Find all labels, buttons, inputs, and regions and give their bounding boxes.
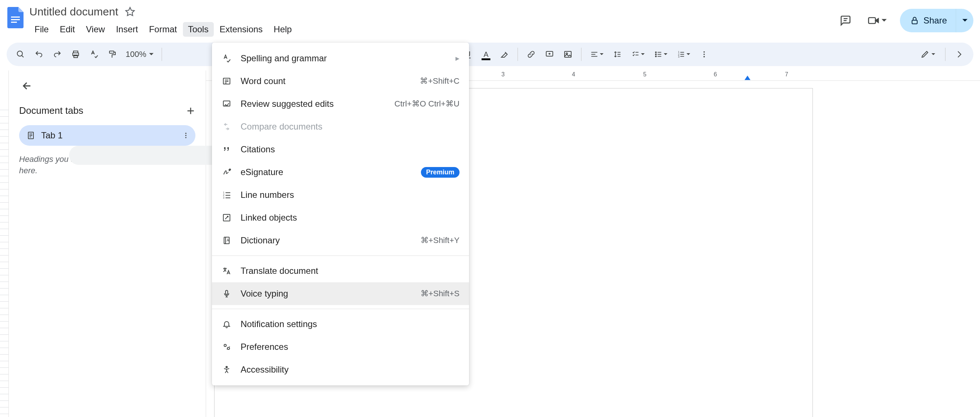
premium-badge: Premium (421, 167, 460, 178)
highlight-button[interactable] (496, 46, 512, 62)
svg-point-39 (703, 51, 705, 53)
svg-text:3: 3 (678, 55, 679, 59)
svg-line-8 (22, 55, 24, 57)
chevron-down-icon (149, 52, 154, 57)
editing-mode-button[interactable] (916, 46, 939, 62)
docs-logo[interactable] (6, 6, 24, 29)
share-dropdown[interactable] (956, 9, 974, 32)
meet-button[interactable] (863, 12, 891, 29)
spellcheck-button[interactable] (86, 46, 102, 62)
menu-format[interactable]: Format (144, 22, 182, 37)
menu-extensions[interactable]: Extensions (215, 22, 268, 37)
zoom-select[interactable]: 100% (123, 49, 156, 59)
add-tab-button[interactable] (186, 106, 196, 116)
chevron-down-icon (664, 52, 667, 56)
separator (945, 48, 945, 61)
tab-label: Tab 1 (41, 130, 176, 141)
preferences-icon (221, 342, 232, 352)
share-button[interactable]: Share (900, 9, 974, 32)
menu-notifications[interactable]: Notification settings (212, 313, 469, 336)
svg-rect-70 (226, 290, 228, 294)
menu-line-numbers[interactable]: 123 Line numbers (212, 184, 469, 206)
menu-linked-objects[interactable]: Linked objects (212, 206, 469, 229)
menu-item-label: Word count (240, 76, 411, 86)
chevron-down-icon (963, 18, 967, 23)
menu-edit[interactable]: Edit (55, 22, 80, 37)
svg-rect-5 (869, 17, 876, 24)
vertical-ruler[interactable] (0, 70, 9, 417)
share-label: Share (923, 16, 947, 26)
comments-icon[interactable] (837, 12, 854, 29)
citations-icon (221, 144, 232, 155)
ruler-tick: 7 (785, 71, 788, 78)
header: Untitled document File Edit View Insert … (0, 0, 980, 43)
bell-icon (221, 319, 232, 329)
dictionary-icon: A (221, 235, 232, 246)
menu-help[interactable]: Help (269, 22, 297, 37)
menu-item-label: Notification settings (240, 319, 460, 329)
menu-item-label: Line numbers (240, 190, 460, 200)
menu-translate[interactable]: Translate document (212, 260, 469, 282)
svg-text:1: 1 (223, 191, 224, 194)
back-button[interactable] (19, 78, 35, 94)
comment-button[interactable] (541, 46, 558, 62)
menu-word-count[interactable]: Word count ⌘+Shift+C (212, 70, 469, 92)
menu-dictionary[interactable]: A Dictionary ⌘+Shift+Y (212, 229, 469, 252)
chevron-down-icon (687, 52, 690, 56)
document-title[interactable]: Untitled document (29, 5, 118, 18)
menu-citations[interactable]: Citations (212, 138, 469, 161)
lock-icon (910, 16, 919, 25)
text-color-button[interactable]: A (478, 46, 494, 62)
tab-menu-button[interactable] (182, 132, 189, 139)
numbered-list-button[interactable]: 123 (673, 46, 694, 62)
redo-button[interactable] (49, 46, 65, 62)
star-icon[interactable] (125, 6, 135, 17)
spellcheck-icon (221, 53, 232, 63)
menu-item-label: Review suggested edits (240, 99, 386, 109)
image-button[interactable] (560, 46, 576, 62)
toolbar: 100% B I U A (6, 43, 974, 66)
menu-file[interactable]: File (29, 22, 54, 37)
svg-point-49 (185, 135, 186, 136)
menu-spelling-grammar[interactable]: Spelling and grammar ▶ (212, 47, 469, 70)
menu-accessibility[interactable]: Accessibility (212, 358, 469, 381)
menu-view[interactable]: View (81, 22, 110, 37)
menu-review-edits[interactable]: Review suggested edits Ctrl+⌘O Ctrl+⌘U (212, 92, 469, 115)
collapse-toolbar-button[interactable] (951, 46, 967, 62)
align-button[interactable] (587, 46, 607, 62)
print-button[interactable] (68, 46, 84, 62)
svg-point-75 (227, 349, 228, 349)
document-tabs-sidebar: Document tabs Tab 1 Headings you add to … (9, 70, 206, 417)
margin-marker[interactable] (745, 76, 751, 80)
paint-format-button[interactable] (104, 46, 121, 62)
svg-text:3: 3 (223, 197, 224, 199)
search-icon[interactable] (13, 46, 29, 62)
svg-point-77 (226, 366, 228, 368)
more-toolbar-button[interactable] (696, 46, 712, 62)
menu-voice-typing[interactable]: Voice typing ⌘+Shift+S (212, 282, 469, 305)
menu-item-label: Linked objects (240, 212, 460, 223)
bullet-list-button[interactable] (651, 46, 671, 62)
tab-item[interactable]: Tab 1 (19, 125, 196, 146)
menu-item-label: Citations (240, 144, 460, 155)
ruler-tick: 4 (572, 71, 575, 78)
line-spacing-button[interactable] (609, 46, 625, 62)
separator (517, 48, 518, 61)
menu-esignature[interactable]: eSignature Premium (212, 161, 469, 184)
chevron-down-icon (600, 52, 603, 56)
menu-item-label: eSignature (240, 167, 412, 177)
signature-icon (221, 167, 232, 177)
menu-item-label: Preferences (240, 342, 460, 352)
review-icon (221, 99, 232, 109)
menu-preferences[interactable]: Preferences (212, 336, 469, 358)
menu-shortcut: ⌘+Shift+S (421, 289, 460, 298)
menu-shortcut: Ctrl+⌘O Ctrl+⌘U (395, 99, 460, 109)
menu-tools[interactable]: Tools (183, 22, 214, 37)
linenumbers-icon: 123 (221, 190, 232, 200)
menu-insert[interactable]: Insert (111, 22, 143, 37)
chevron-down-icon (881, 18, 887, 23)
link-button[interactable] (523, 46, 539, 62)
undo-button[interactable] (31, 46, 47, 62)
menu-item-label: Dictionary (240, 235, 412, 246)
checklist-button[interactable] (628, 46, 648, 62)
